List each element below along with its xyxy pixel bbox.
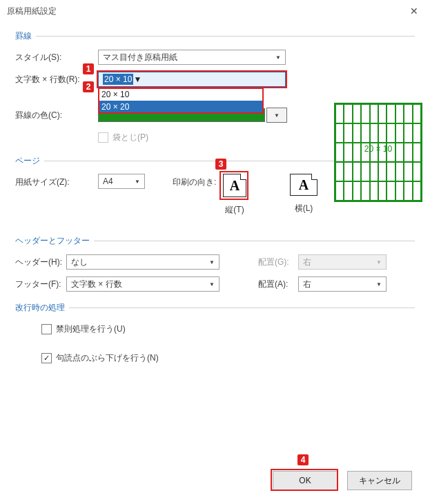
annotation-marker-4: 4 <box>297 454 309 465</box>
row-burasage: 句読点のぶら下げを行う(N) <box>41 350 415 366</box>
orientation-landscape-label: 横(L) <box>295 203 313 214</box>
label-align-g: 配置(G): <box>258 256 298 268</box>
group-page-title: ページ <box>15 155 40 167</box>
grid-select[interactable]: 20 × 10 ▼ <box>98 72 286 87</box>
header-select[interactable]: なし ▼ <box>66 254 219 270</box>
annotation-marker-2: 2 <box>83 81 94 92</box>
label-kinsoku: 禁則処理を行う(U) <box>56 323 126 335</box>
header-align-select: 右 ▼ <box>298 254 387 270</box>
label-burasage: 句読点のぶら下げを行う(N) <box>56 352 159 364</box>
orientation-portrait-label: 縦(T) <box>225 204 244 216</box>
divider <box>36 36 415 37</box>
grid-dropdown-list: 20 × 10 20 × 20 <box>98 88 264 114</box>
line-color-dropdown-button[interactable]: ▼ <box>266 108 287 123</box>
grid-option-20x20[interactable]: 20 × 20 <box>99 101 263 113</box>
annotation-marker-1: 1 <box>83 63 94 74</box>
cancel-button[interactable]: キャンセル <box>347 471 412 490</box>
row-kinsoku: 禁則処理を行う(U) <box>41 321 415 337</box>
chevron-down-icon: ▼ <box>209 281 215 288</box>
orientation-group: A 縦(T) A 横(L) <box>221 174 317 216</box>
row-page: 用紙サイズ(Z): A4 ▼ 印刷の向き: 3 A 縦(T) A 横(L) <box>15 174 415 216</box>
footer-value: 文字数 × 行数 <box>71 279 122 290</box>
label-line-color: 罫線の色(C): <box>15 110 98 121</box>
label-style: スタイル(S): <box>15 52 98 63</box>
dialog-window: 原稿用紙設定 ✕ 罫線 スタイル(S): マス目付き原稿用紙 ▼ 文字数 × 行… <box>0 0 430 504</box>
ok-button[interactable]: OK <box>273 471 338 490</box>
row-grid: 文字数 × 行数(R): 1 2 20 × 10 ▼ 20 × 10 20 × … <box>15 71 415 88</box>
paper-size-select[interactable]: A4 ▼ <box>98 174 145 189</box>
group-hf-header: ヘッダーとフッター <box>15 235 415 247</box>
paper-size-value: A4 <box>103 177 113 186</box>
group-lines-title: 罫線 <box>15 30 32 42</box>
label-paper-size: 用紙サイズ(Z): <box>15 174 98 188</box>
divider <box>94 241 415 241</box>
label-header: ヘッダー(H): <box>15 256 66 268</box>
window-title: 原稿用紙設定 <box>7 6 57 17</box>
row-style: スタイル(S): マス目付き原稿用紙 ▼ <box>15 49 415 65</box>
style-select[interactable]: マス目付き原稿用紙 ▼ <box>98 50 286 65</box>
divider <box>69 308 415 308</box>
footer-align-value: 右 <box>303 279 311 290</box>
group-hf-title: ヘッダーとフッター <box>15 235 90 247</box>
annotation-marker-3: 3 <box>215 159 226 170</box>
portrait-icon: A <box>223 174 246 197</box>
label-bookfold: 袋とじ(P) <box>113 132 148 143</box>
titlebar: 原稿用紙設定 ✕ <box>0 0 430 22</box>
chevron-down-icon: ▼ <box>275 54 281 61</box>
chevron-down-icon: ▼ <box>376 259 382 265</box>
group-lines-header: 罫線 <box>15 30 415 42</box>
chevron-down-icon: ▼ <box>135 179 140 185</box>
row-footer: フッター(F): 文字数 × 行数 ▼ 配置(A): 右 ▼ <box>15 276 415 292</box>
close-button[interactable]: ✕ <box>398 0 430 22</box>
dialog-body: 罫線 スタイル(S): マス目付き原稿用紙 ▼ 文字数 × 行数(R): 1 2… <box>0 22 430 366</box>
header-value: なし <box>71 256 88 268</box>
chevron-down-icon: ▼ <box>133 74 141 84</box>
dialog-footer: 4 OK キャンセル <box>0 471 430 490</box>
row-header: ヘッダー(H): なし ▼ 配置(G): 右 ▼ <box>15 254 415 270</box>
chevron-down-icon: ▼ <box>376 281 382 288</box>
footer-select[interactable]: 文字数 × 行数 ▼ <box>66 276 219 292</box>
chevron-down-icon: ▼ <box>209 259 215 265</box>
label-print-orientation: 印刷の向き: <box>173 174 221 188</box>
landscape-icon: A <box>290 174 317 196</box>
label-align-a: 配置(A): <box>258 279 298 290</box>
burasage-checkbox[interactable] <box>41 353 52 363</box>
footer-align-select[interactable]: 右 ▼ <box>298 276 387 292</box>
style-select-value: マス目付き原稿用紙 <box>103 52 177 63</box>
header-align-value: 右 <box>303 256 311 268</box>
grid-preview-dimensions: 20 × 10 <box>335 144 421 154</box>
orientation-landscape[interactable]: A 横(L) <box>290 174 317 214</box>
kinsoku-checkbox[interactable] <box>41 324 52 334</box>
group-wrap-header: 改行時の処理 <box>15 302 415 314</box>
label-footer: フッター(F): <box>15 279 66 290</box>
grid-option-20x10[interactable]: 20 × 10 <box>99 88 263 101</box>
grid-select-wrap: 1 2 20 × 10 ▼ 20 × 10 20 × 20 <box>98 72 286 87</box>
group-wrap-title: 改行時の処理 <box>15 302 65 314</box>
orientation-portrait[interactable]: A 縦(T) <box>221 174 248 216</box>
bookfold-checkbox <box>98 132 108 143</box>
grid-select-value: 20 × 10 <box>103 74 133 85</box>
